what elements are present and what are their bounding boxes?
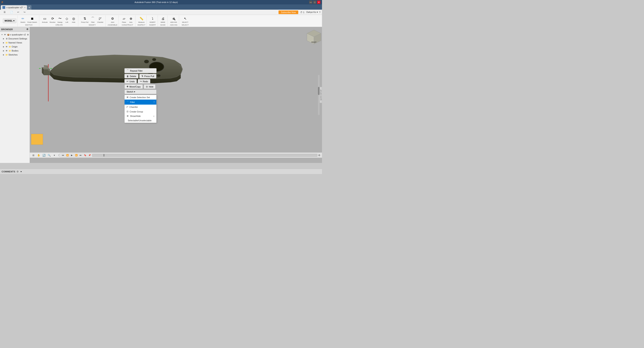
- extrude-button[interactable]: ▭ Extrude: [41, 16, 48, 23]
- zoom-dropdown[interactable]: ▾: [52, 153, 56, 157]
- chamfer-button[interactable]: ◸ Chamfer: [96, 16, 104, 23]
- viewport[interactable]: ⌒ Repeat Fillet 🗑 Delete ⇅ Press Pull ↩ …: [30, 27, 322, 163]
- finish-sketch-button[interactable]: ⏹ Finish Sketch: [26, 16, 38, 23]
- timeline-track[interactable]: [92, 154, 317, 157]
- new-tab-button[interactable]: +: [27, 5, 32, 10]
- joint-button[interactable]: ⚙ Joint: [109, 16, 116, 23]
- timeline-prev-btn[interactable]: ⏪: [66, 153, 69, 157]
- root-settings-icon[interactable]: ⚙: [27, 33, 29, 36]
- revolve-button[interactable]: ⟳ Revolve: [49, 16, 56, 23]
- timeline-settings-icon[interactable]: ⚙: [318, 154, 320, 157]
- measure-button[interactable]: 📏 Measure: [138, 16, 145, 23]
- delete-button[interactable]: 🗑 Delete: [124, 74, 138, 78]
- timeline-playhead[interactable]: [104, 154, 104, 156]
- tree-item-sketches[interactable]: ▶ 📁 Sketches: [0, 53, 30, 57]
- hole-ctx-button[interactable]: ◎ Hole: [144, 84, 156, 89]
- bodies-visible-icon[interactable]: 👁: [5, 49, 8, 52]
- tree-item-named-views[interactable]: ▶ 📁 Named Views: [0, 41, 30, 45]
- undo-ctx-button[interactable]: ↩ Undo: [124, 79, 137, 84]
- repeat-fillet-button[interactable]: ⌒ Repeat Fillet: [124, 68, 156, 73]
- sketch-dropdown-button[interactable]: Sketch ▾: [124, 89, 156, 94]
- origin-visible-icon[interactable]: 👁: [5, 45, 8, 48]
- bodies-toggle[interactable]: ▶: [2, 49, 5, 52]
- 3dprint-button[interactable]: 🖨 MAKE: [160, 16, 166, 23]
- addins-section-label: ADD-INS: [170, 24, 178, 26]
- sketch-dropdown-label: Sketch ▾: [126, 90, 135, 93]
- fillet-shortcut: f: [154, 101, 154, 103]
- sketch-button[interactable]: ✏ Sketch: [20, 16, 26, 23]
- named-views-toggle[interactable]: ▶: [2, 41, 5, 44]
- named-views-icon: 📁: [5, 41, 8, 44]
- timeline-next-btn[interactable]: ⏩: [74, 153, 78, 157]
- construct-buttons: ▱ Plane ⊕ Axis: [121, 16, 134, 23]
- root-label: x quadcopter v2: [10, 33, 26, 36]
- hole-toolbar-button[interactable]: ◎ Hole: [70, 16, 77, 23]
- model-dropdown[interactable]: MODEL ▾: [3, 18, 16, 23]
- addins-button[interactable]: 🔌 ADD-INS: [170, 16, 178, 23]
- browser-settings-icon[interactable]: ⚙: [26, 28, 28, 30]
- quick-setup-panel[interactable]: QUICK SETUP: [320, 87, 322, 103]
- axis-cube[interactable]: RIGHT: [306, 29, 322, 45]
- chamfer-icon: ◸: [98, 16, 103, 21]
- subscribe-button[interactable]: Subscribe Now: [278, 10, 298, 14]
- press-pull-button[interactable]: ⇅ Press Pull: [80, 16, 89, 23]
- chamfer-menu-item[interactable]: ◸ Chamfer: [124, 105, 156, 109]
- toolbar: MODEL ▾ ✏ Sketch ⏹ Finish Sketch SKETCH …: [0, 15, 322, 27]
- sketches-toggle[interactable]: ▶: [2, 53, 5, 56]
- move-copy-button[interactable]: ✥ Move/Copy: [124, 84, 143, 89]
- pan-icon[interactable]: ✋: [37, 153, 41, 157]
- timeline: ⏮ ⏪ ▶ ⏩ ⏭ 🔖 📌 ⚙: [60, 152, 322, 158]
- menu-undo[interactable]: ↩: [15, 10, 21, 14]
- selectable-item[interactable]: Selectable/Unselectable: [124, 118, 156, 123]
- timeline-end-btn[interactable]: ⏭: [79, 153, 82, 157]
- timeline-marker-icon[interactable]: 🔖: [83, 153, 87, 157]
- plane-button[interactable]: ▱ Plane: [121, 16, 127, 23]
- chamfer-label: Chamfer: [97, 21, 104, 23]
- insert-section-label: INSERT: [149, 24, 156, 26]
- orbit-icon[interactable]: 🔄: [42, 153, 46, 157]
- timeline-start-btn[interactable]: ⏮: [61, 153, 65, 157]
- loft-button[interactable]: ◇ Loft: [64, 16, 70, 23]
- doc-settings-toggle[interactable]: ▶: [2, 37, 5, 40]
- timeline-play-btn[interactable]: ▶: [70, 153, 74, 157]
- sweep-button[interactable]: 〜 Sweep: [57, 16, 63, 23]
- tab-icon: [2, 6, 5, 9]
- tree-item-origin[interactable]: ▶ 👁 📁 Origin: [0, 45, 30, 49]
- insert-button[interactable]: ⤵ INSERT: [149, 16, 156, 23]
- press-pull-ctx-button[interactable]: ⇅ Press Pull: [139, 74, 156, 78]
- show-hide-item[interactable]: 👁 Show/Hide v: [124, 114, 156, 118]
- tree-item-root[interactable]: ▼ 👁 📦 x quadcopter v2 ⚙: [0, 32, 30, 37]
- tab-quadcopter[interactable]: x quadcopter v2* ×: [1, 5, 27, 10]
- menu-file[interactable]: 📄: [8, 10, 15, 14]
- redo-ctx-button[interactable]: ↪ Redo: [138, 79, 150, 84]
- fit-view-icon[interactable]: ⊞: [32, 153, 36, 157]
- axis-button[interactable]: ⊕ Axis: [128, 16, 134, 23]
- construct-section-label: CONSTRUCT: [122, 24, 133, 26]
- help-icon[interactable]: ?: [319, 11, 320, 13]
- close-button[interactable]: ✕: [317, 0, 320, 4]
- named-views-label: Named Views: [8, 41, 22, 44]
- root-visible-icon[interactable]: 👁: [4, 33, 6, 36]
- menu-redo[interactable]: ↪: [22, 10, 27, 14]
- menu-hamburger[interactable]: ☰: [2, 10, 8, 14]
- fillet-menu-item[interactable]: ⌒ Fillet f: [124, 100, 156, 105]
- scroll-thumb[interactable]: [318, 87, 320, 95]
- create-group-item[interactable]: ⊡ Create Group: [124, 109, 156, 114]
- comments-settings-icon[interactable]: ⚙: [16, 170, 19, 173]
- minimize-button[interactable]: —: [309, 0, 312, 4]
- user-area[interactable]: Dahye Ko ▾ ?: [306, 11, 320, 13]
- fillet-button[interactable]: ⌒ Fillet: [90, 16, 96, 23]
- tab-close-button[interactable]: ×: [24, 6, 26, 9]
- select-button[interactable]: ↖ SELECT: [181, 16, 189, 23]
- origin-toggle[interactable]: ▶: [2, 45, 5, 48]
- timeline-pin-icon[interactable]: 📌: [88, 153, 91, 157]
- maximize-button[interactable]: □: [313, 0, 316, 4]
- tree-item-doc-settings[interactable]: ▶ ⚙ Document Settings: [0, 37, 30, 41]
- root-toggle[interactable]: ▼: [1, 33, 3, 36]
- tree-item-bodies[interactable]: ▶ 👁 📁 Bodies: [0, 49, 30, 53]
- zoom-icon[interactable]: 🔍: [47, 153, 51, 157]
- create-selection-set-item[interactable]: ⊞ Create Selection Set: [124, 95, 156, 100]
- tab-label: x quadcopter v2*: [6, 6, 23, 9]
- viewport-scrollbar[interactable]: [318, 75, 320, 115]
- comments-expand-icon[interactable]: ▸: [21, 170, 22, 173]
